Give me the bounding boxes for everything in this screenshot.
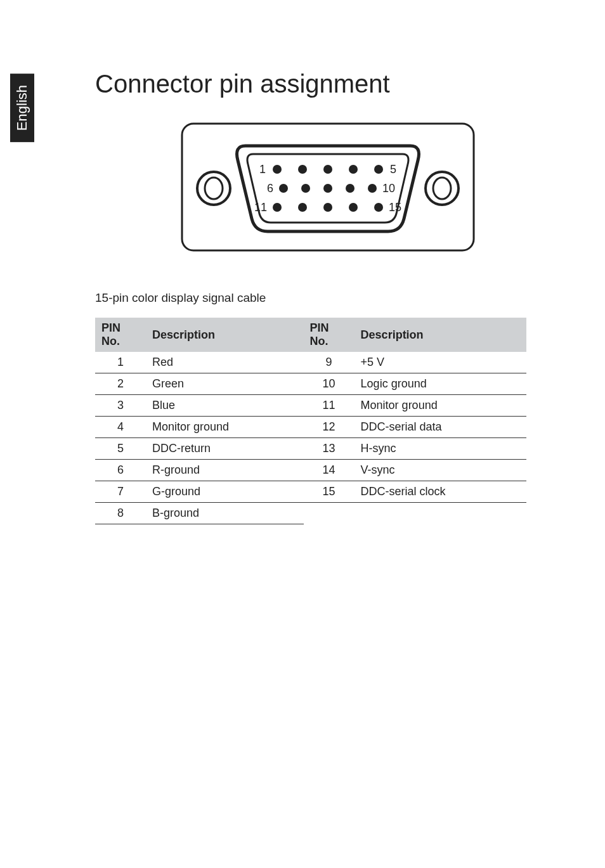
pin-no-cell: 14 [304, 460, 355, 481]
svg-point-11 [301, 184, 310, 193]
svg-point-9 [374, 165, 383, 174]
language-tab: English [10, 74, 34, 142]
svg-point-17 [323, 203, 332, 212]
desc-cell: Logic ground [355, 373, 526, 395]
pin-no-cell [304, 503, 355, 524]
svg-point-19 [374, 203, 383, 212]
pin-no-cell: 2 [95, 373, 146, 395]
pin-no-cell: 9 [304, 352, 355, 373]
desc-cell: Monitor ground [146, 417, 304, 438]
desc-cell [355, 503, 526, 524]
table-row: 5DDC-return13H-sync [95, 438, 526, 460]
connector-diagram: 1 5 6 10 11 15 [95, 117, 561, 259]
desc-cell: H-sync [355, 438, 526, 460]
svg-point-8 [349, 165, 358, 174]
page-title: Connector pin assignment [95, 70, 561, 98]
pin-label-15: 15 [389, 201, 401, 214]
desc-cell: Red [146, 352, 304, 373]
table-row: 8B-ground [95, 503, 526, 524]
pin-no-cell: 7 [95, 481, 146, 503]
col-pin-no-right: PIN No. [304, 318, 355, 352]
desc-cell: DDC-return [146, 438, 304, 460]
svg-point-10 [279, 184, 288, 193]
desc-cell: B-ground [146, 503, 304, 524]
table-row: 1Red9+5 V [95, 352, 526, 373]
desc-cell: Blue [146, 395, 304, 417]
pin-no-cell: 15 [304, 481, 355, 503]
pin-label-1: 1 [259, 163, 266, 176]
table-caption: 15-pin color display signal cable [95, 291, 561, 305]
table-row: 4Monitor ground12DDC-serial data [95, 417, 526, 438]
svg-point-2 [205, 178, 223, 199]
svg-point-12 [323, 184, 332, 193]
desc-cell: V-sync [355, 460, 526, 481]
pin-label-10: 10 [382, 182, 395, 195]
pin-assignment-table: PIN No. Description PIN No. Description … [95, 318, 526, 524]
pin-label-11: 11 [254, 201, 267, 214]
desc-cell: +5 V [355, 352, 526, 373]
table-row: 7G-ground15DDC-serial clock [95, 481, 526, 503]
pin-label-5: 5 [390, 163, 396, 176]
pin-no-cell: 11 [304, 395, 355, 417]
table-row: 2Green10Logic ground [95, 373, 526, 395]
desc-cell: DDC-serial clock [355, 481, 526, 503]
desc-cell: DDC-serial data [355, 417, 526, 438]
pin-no-cell: 1 [95, 352, 146, 373]
pin-label-6: 6 [267, 182, 273, 195]
svg-point-14 [368, 184, 377, 193]
pin-no-cell: 6 [95, 460, 146, 481]
desc-cell: Monitor ground [355, 395, 526, 417]
pin-no-cell: 5 [95, 438, 146, 460]
svg-point-15 [273, 203, 282, 212]
svg-point-16 [298, 203, 307, 212]
desc-cell: G-ground [146, 481, 304, 503]
col-desc-right: Description [355, 318, 526, 352]
page-content: Connector pin assignment 1 5 6 10 [0, 0, 605, 524]
svg-point-6 [298, 165, 307, 174]
pin-no-cell: 10 [304, 373, 355, 395]
col-pin-no-left: PIN No. [95, 318, 146, 352]
pin-no-cell: 4 [95, 417, 146, 438]
pin-no-cell: 13 [304, 438, 355, 460]
table-row: 3Blue11Monitor ground [95, 395, 526, 417]
svg-point-18 [349, 203, 358, 212]
pin-no-cell: 8 [95, 503, 146, 524]
svg-point-4 [433, 178, 451, 199]
desc-cell: Green [146, 373, 304, 395]
svg-point-5 [273, 165, 282, 174]
table-row: 6R-ground14V-sync [95, 460, 526, 481]
svg-point-7 [323, 165, 332, 174]
svg-point-13 [346, 184, 355, 193]
desc-cell: R-ground [146, 460, 304, 481]
pin-no-cell: 12 [304, 417, 355, 438]
pin-no-cell: 3 [95, 395, 146, 417]
col-desc-left: Description [146, 318, 304, 352]
